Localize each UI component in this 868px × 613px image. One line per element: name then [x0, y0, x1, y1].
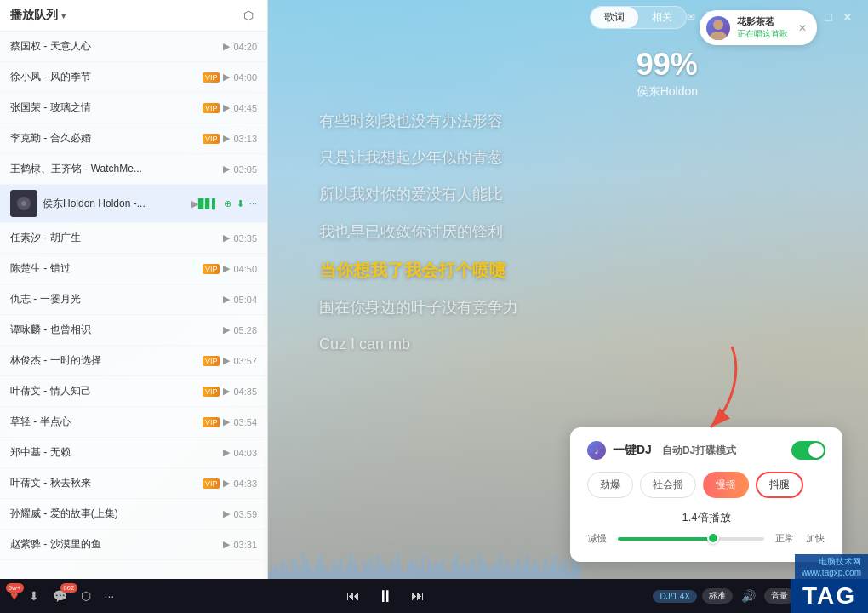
mv-icon: ▶ [223, 41, 230, 52]
playlist-item[interactable]: 任素汐 - 胡广生 ▶ 03:35 [0, 223, 267, 254]
track-name: 陈楚生 - 错过 [10, 261, 199, 276]
track-info: 徐小凤 - 风的季节 VIP ▶ [10, 70, 230, 84]
mv-icon: ▶ [223, 294, 230, 305]
track-add-icon[interactable]: ⊕ [224, 198, 231, 209]
track-name: 任素汐 - 胡广生 [10, 231, 220, 245]
playlist-item[interactable]: 草轻 - 半点心 VIP ▶ 03:54 [0, 407, 267, 438]
notif-name: 花影茶茗 [737, 15, 788, 28]
playlist-item[interactable]: 徐小凤 - 风的季节 VIP ▶ 04:00 [0, 62, 267, 93]
mv-icon: ▶ [223, 163, 230, 175]
playlist-item[interactable]: 张国荣 - 玻璃之情 VIP ▶ 04:45 [0, 93, 267, 123]
sidebar-title-text: 播放队列 [10, 8, 58, 23]
dj-label: ♪ 一键DJ 自动DJ打碟模式 [587, 441, 736, 460]
playlist-item[interactable]: 赵紫骅 - 沙漠里的鱼 ▶ 03:31 [0, 530, 267, 560]
tab-related[interactable]: 相关 [638, 7, 686, 28]
song-info: 99% 侯东Holdon [637, 47, 698, 100]
speed-max-label: 加快 [805, 532, 825, 545]
playlist-container: 蔡国权 - 天意人心 ▶ 04:20 徐小凤 - 风的季节 VIP ▶ 04:0… [0, 32, 267, 579]
track-download-icon[interactable]: ⬇ [237, 198, 244, 209]
playlist-item[interactable]: 叶蒨文 - 秋去秋来 VIP ▶ 04:33 [0, 468, 267, 499]
notif-close-button[interactable]: ✕ [798, 22, 807, 34]
lyric-line: 所以我对你的爱没有人能比 [319, 184, 842, 205]
track-info: 陈楚生 - 错过 VIP ▶ [10, 261, 230, 276]
playlist-item[interactable]: 叶蒨文 - 情人知己 VIP ▶ 04:35 [0, 376, 267, 407]
vip-badge: VIP [203, 387, 220, 397]
tab-lyrics[interactable]: 歌词 [591, 7, 638, 28]
comment-count: 662 [60, 583, 77, 593]
mv-icon: ▶ [223, 102, 230, 113]
dj-badge[interactable]: DJ/1.4X [653, 590, 697, 603]
dj-style-button[interactable]: 劲爆 [587, 472, 633, 498]
track-duration: 03:05 [233, 164, 257, 175]
track-duration: 03:57 [233, 356, 257, 366]
prev-button[interactable]: ⏮ [346, 588, 360, 604]
notif-subtitle: 正在唱这首歌 [737, 28, 788, 40]
close-button[interactable]: ✕ [841, 9, 854, 26]
playlist-item[interactable]: 谭咏麟 - 也曾相识 ▶ 05:28 [0, 315, 267, 346]
playlist-item[interactable]: 李克勤 - 合久必婚 VIP ▶ 03:13 [0, 123, 267, 154]
dj-toggle[interactable] [791, 441, 825, 460]
equalizer-icon: ▊▋▌ [198, 198, 219, 209]
maximize-button[interactable]: □ [824, 9, 834, 26]
vip-badge: VIP [203, 356, 220, 366]
notif-text: 花影茶茗 正在唱这首歌 [737, 15, 788, 40]
mv-icon: ▶ [223, 263, 230, 274]
track-name: 郑中基 - 无赖 [10, 445, 220, 460]
track-more-icon[interactable]: ··· [249, 198, 257, 209]
track-info: 叶蒨文 - 秋去秋来 VIP ▶ [10, 476, 230, 490]
mv-icon: ▶ [223, 539, 230, 550]
playlist-item[interactable]: 王鹤棣、王齐铭 - WatchMe... ▶ 03:05 [0, 154, 267, 185]
mv-icon: ▶ [223, 508, 230, 519]
dj-style-button[interactable]: 社会摇 [640, 472, 696, 498]
track-name: 赵紫骅 - 沙漠里的鱼 [10, 537, 220, 552]
mail-icon[interactable]: ✉ [687, 11, 695, 23]
playlist-item[interactable]: 陈楚生 - 错过 VIP ▶ 04:50 [0, 254, 267, 284]
next-button[interactable]: ⏭ [411, 588, 425, 604]
dj-title: 一键DJ [613, 443, 652, 458]
track-name: 草轻 - 半点心 [10, 415, 199, 429]
watermark: 电脑技术网 www.tagxp.com TAG [791, 554, 868, 613]
playlist-item[interactable]: 仇志 - 一霎月光 ▶ 05:04 [0, 284, 267, 315]
notif-avatar [706, 16, 730, 40]
dj-popup: ♪ 一键DJ 自动DJ打碟模式 劲爆社会摇慢摇抖腿 1.4倍播放 减慢 正常 加… [570, 427, 842, 562]
watermark-site-label: 电脑技术网 [819, 557, 861, 566]
track-duration: 04:33 [233, 478, 257, 489]
mv-icon: ▶ [223, 324, 230, 335]
heart-button[interactable]: ♥ 5w+ [10, 588, 19, 604]
more-button[interactable]: ··· [101, 587, 118, 604]
track-name: 王鹤棣、王齐铭 - WatchMe... [10, 162, 220, 176]
lyric-line: 围在你身边的叶子没有竞争力 [319, 297, 842, 318]
vip-badge: VIP [203, 72, 220, 83]
bottom-bar: ♥ 5w+ ⬇ 💬 662 ⬡ ··· ⏮ ⏸ ⏭ DJ/1.4X 标准 🔊 音… [0, 579, 868, 613]
playlist-item[interactable]: 孙耀威 - 爱的故事(上集) ▶ 03:59 [0, 499, 267, 530]
watermark-tag: TAG [791, 579, 868, 613]
playlist-item[interactable]: 林俊杰 - 一时的选择 VIP ▶ 03:57 [0, 346, 267, 376]
track-name: 蔡国权 - 天意人心 [10, 39, 220, 54]
lyric-line: 只是让我想起少年似的青葱 [319, 147, 842, 169]
sidebar-header: 播放队列 ▾ ⬡ [0, 0, 267, 32]
playlist-item[interactable]: 郑中基 - 无赖 ▶ 04:03 [0, 438, 267, 468]
sidebar-export-button[interactable]: ⬡ [240, 7, 257, 24]
dj-style-button[interactable]: 慢摇 [703, 472, 749, 498]
speed-slider[interactable] [618, 537, 764, 541]
volume-button[interactable]: 🔊 [738, 587, 759, 604]
mv-icon: ▶ [191, 198, 198, 209]
track-name: 叶蒨文 - 情人知己 [10, 384, 199, 398]
comment-button[interactable]: 💬 662 [49, 588, 71, 604]
track-info: 任素汐 - 胡广生 ▶ [10, 231, 230, 245]
play-pause-button[interactable]: ⏸ [377, 587, 394, 606]
playback-controls: ⏮ ⏸ ⏭ [124, 587, 646, 606]
tab-group: 歌词 相关 [590, 6, 687, 29]
share-button[interactable]: ⬡ [77, 587, 94, 604]
standard-badge[interactable]: 标准 [702, 588, 733, 604]
track-duration: 05:04 [233, 295, 257, 305]
track-info: 蔡国权 - 天意人心 ▶ [10, 39, 230, 54]
track-info: 孙耀威 - 爱的故事(上集) ▶ [10, 507, 230, 521]
sidebar-title-arrow: ▾ [61, 11, 66, 20]
track-duration: 04:35 [233, 387, 257, 397]
playlist-item[interactable]: 蔡国权 - 天意人心 ▶ 04:20 [0, 32, 267, 62]
download-button[interactable]: ⬇ [26, 587, 43, 604]
dj-style-button[interactable]: 抖腿 [756, 472, 803, 498]
playlist-item[interactable]: 侯东Holdon Holdon -... ▶ ▊▋▌ ⊕ ⬇ ··· [0, 185, 267, 223]
mv-icon: ▶ [223, 478, 230, 489]
